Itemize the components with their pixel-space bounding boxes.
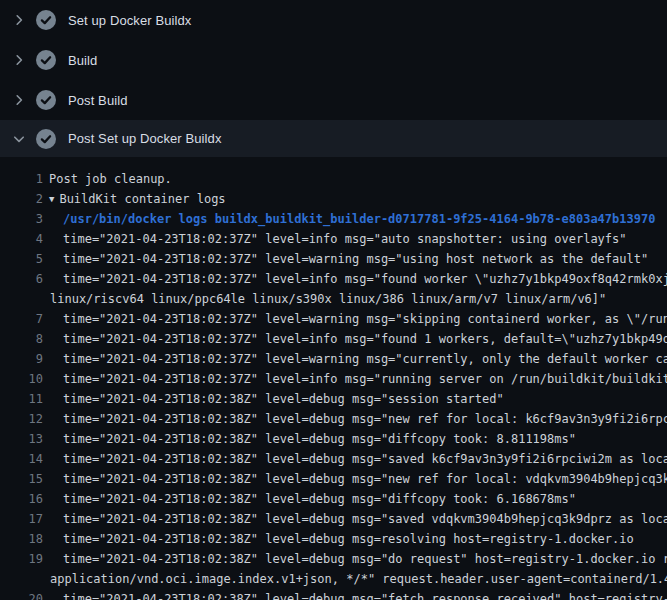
log-line-text: time="2021-04-23T18:02:38Z" level=debug … [43, 489, 576, 509]
log-line-text: time="2021-04-23T18:02:37Z" level=warnin… [43, 309, 667, 329]
log-line-number [0, 289, 43, 309]
step-row-post-build[interactable]: Post Build [0, 80, 667, 120]
log-command-line: 3 /usr/bin/docker logs buildx_buildkit_b… [0, 209, 667, 229]
log-line: 15 time="2021-04-23T18:02:38Z" level=deb… [0, 469, 667, 489]
chevron-right-icon [10, 92, 28, 108]
log-line-text: time="2021-04-23T18:02:38Z" level=debug … [43, 429, 576, 449]
log-line-wrap: linux/riscv64 linux/ppc64le linux/s390x … [0, 289, 667, 309]
log-line-number[interactable]: 14 [0, 449, 43, 469]
check-circle-icon [36, 129, 56, 149]
log-line-number[interactable]: 7 [0, 309, 43, 329]
log-line-number[interactable]: 18 [0, 529, 43, 549]
caret-down-icon: ▼ [49, 189, 54, 209]
log-line-text: time="2021-04-23T18:02:38Z" level=debug … [43, 509, 667, 529]
log-line-number[interactable]: 5 [0, 249, 43, 269]
log-line-number[interactable]: 17 [0, 509, 43, 529]
log-group-title: ▼BuildKit container logs [43, 189, 226, 209]
log-line-text: time="2021-04-23T18:02:38Z" level=debug … [43, 549, 667, 569]
log-line: 14 time="2021-04-23T18:02:38Z" level=deb… [0, 449, 667, 469]
log-line-number[interactable]: 3 [0, 209, 43, 229]
check-circle-icon [36, 50, 56, 70]
log-line-number[interactable]: 2 [0, 189, 43, 209]
log-line-text: Post job cleanup. [43, 169, 172, 189]
log-line-number[interactable]: 19 [0, 549, 43, 569]
log-line-text: time="2021-04-23T18:02:37Z" level=info m… [43, 269, 667, 289]
log-line-wrap: application/vnd.oci.image.index.v1+json,… [0, 569, 667, 589]
log-line-text: time="2021-04-23T18:02:37Z" level=warnin… [43, 249, 648, 269]
log-line-text: time="2021-04-23T18:02:37Z" level=warnin… [43, 349, 667, 369]
log-line-text: time="2021-04-23T18:02:38Z" level=debug … [43, 449, 667, 469]
log-line: 16 time="2021-04-23T18:02:38Z" level=deb… [0, 489, 667, 509]
log-line: 5 time="2021-04-23T18:02:37Z" level=warn… [0, 249, 667, 269]
step-label: Post Set up Docker Buildx [68, 131, 222, 146]
chevron-right-icon [10, 12, 28, 28]
log-line: 4 time="2021-04-23T18:02:37Z" level=info… [0, 229, 667, 249]
step-list: Set up Docker Buildx Build Post Build Po… [0, 0, 667, 157]
log-line: 17 time="2021-04-23T18:02:38Z" level=deb… [0, 509, 667, 529]
log-group-toggle[interactable]: 2 ▼BuildKit container logs [0, 189, 667, 209]
log-line-number[interactable]: 13 [0, 429, 43, 449]
log-line: 13 time="2021-04-23T18:02:38Z" level=deb… [0, 429, 667, 449]
chevron-right-icon [10, 52, 28, 68]
log-line: 7 time="2021-04-23T18:02:37Z" level=warn… [0, 309, 667, 329]
check-circle-icon [36, 90, 56, 110]
log-line: 10 time="2021-04-23T18:02:37Z" level=inf… [0, 369, 667, 389]
log-line-number[interactable]: 16 [0, 489, 43, 509]
log-line-text: linux/riscv64 linux/ppc64le linux/s390x … [43, 289, 606, 309]
log-panel[interactable]: 1 Post job cleanup. 2 ▼BuildKit containe… [0, 157, 667, 600]
step-row-post-set-up-docker-buildx[interactable]: Post Set up Docker Buildx [0, 120, 667, 157]
log-line-number[interactable]: 15 [0, 469, 43, 489]
log-line: 8 time="2021-04-23T18:02:37Z" level=info… [0, 329, 667, 349]
log-line-number[interactable]: 10 [0, 369, 43, 389]
log-line-text: time="2021-04-23T18:02:37Z" level=info m… [43, 329, 667, 349]
log-line-text: time="2021-04-23T18:02:38Z" level=debug … [43, 529, 634, 549]
step-row-build[interactable]: Build [0, 40, 667, 80]
log-line-text: time="2021-04-23T18:02:37Z" level=info m… [43, 229, 627, 249]
log-line: 9 time="2021-04-23T18:02:37Z" level=warn… [0, 349, 667, 369]
log-line-number [0, 569, 43, 589]
log-line-number[interactable]: 9 [0, 349, 43, 369]
log-line-number[interactable]: 8 [0, 329, 43, 349]
log-line-number[interactable]: 11 [0, 389, 43, 409]
log-line-text: time="2021-04-23T18:02:38Z" level=debug … [43, 409, 667, 429]
log-line-text: time="2021-04-23T18:02:38Z" level=debug … [43, 589, 667, 600]
log-line-number[interactable]: 6 [0, 269, 43, 289]
log-line-number[interactable]: 1 [0, 169, 43, 189]
log-line-text: time="2021-04-23T18:02:37Z" level=info m… [43, 369, 667, 389]
step-label: Post Build [68, 93, 128, 108]
log-line-text: application/vnd.oci.image.index.v1+json,… [43, 569, 667, 589]
log-line: 19 time="2021-04-23T18:02:38Z" level=deb… [0, 549, 667, 569]
check-circle-icon [36, 10, 56, 30]
log-line-text: /usr/bin/docker logs buildx_buildkit_bui… [43, 209, 655, 229]
log-line: 1 Post job cleanup. [0, 169, 667, 189]
log-line-text: BuildKit container logs [59, 192, 225, 206]
step-label: Build [68, 53, 97, 68]
step-label: Set up Docker Buildx [68, 13, 191, 28]
log-line-text: time="2021-04-23T18:02:38Z" level=debug … [43, 469, 667, 489]
log-line-number[interactable]: 20 [0, 589, 43, 600]
log-line: 12 time="2021-04-23T18:02:38Z" level=deb… [0, 409, 667, 429]
log-line-text: time="2021-04-23T18:02:38Z" level=debug … [43, 389, 504, 409]
log-line-number[interactable]: 12 [0, 409, 43, 429]
log-line: 18 time="2021-04-23T18:02:38Z" level=deb… [0, 529, 667, 549]
log-line-number[interactable]: 4 [0, 229, 43, 249]
chevron-down-icon [10, 131, 28, 147]
step-row-set-up-docker-buildx[interactable]: Set up Docker Buildx [0, 0, 667, 40]
log-line: 20 time="2021-04-23T18:02:38Z" level=deb… [0, 589, 667, 600]
log-line: 6 time="2021-04-23T18:02:37Z" level=info… [0, 269, 667, 289]
log-line: 11 time="2021-04-23T18:02:38Z" level=deb… [0, 389, 667, 409]
